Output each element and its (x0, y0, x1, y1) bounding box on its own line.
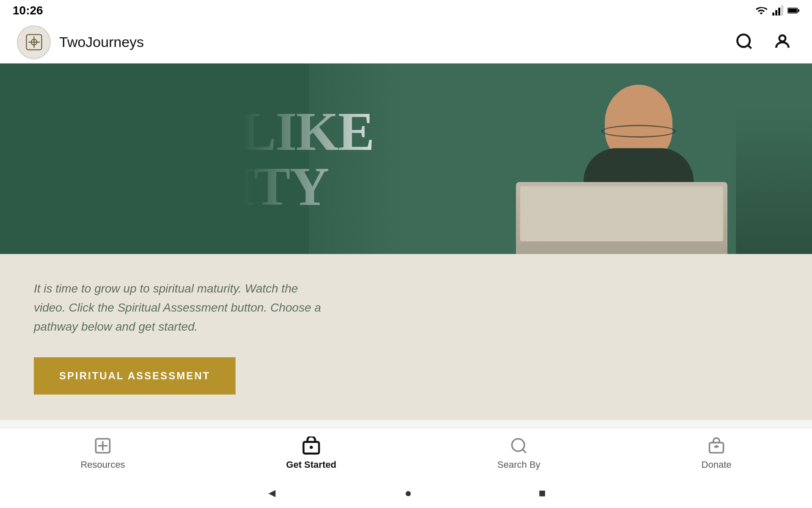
laptop-screen (520, 186, 723, 241)
nav-item-donate[interactable]: Donate (702, 436, 732, 470)
battery-icon (787, 5, 799, 17)
svg-rect-6 (788, 9, 797, 13)
search-button[interactable] (732, 29, 757, 55)
recents-button[interactable]: ■ (539, 486, 546, 500)
app-bar: TwoJourneys (0, 21, 812, 64)
nav-item-search-by[interactable]: Search By (497, 436, 540, 470)
search-by-icon (510, 436, 528, 455)
nav-label-donate: Donate (702, 459, 732, 470)
svg-rect-1 (775, 10, 777, 16)
status-icons (755, 5, 799, 17)
get-started-icon (302, 436, 321, 455)
svg-rect-2 (778, 8, 780, 16)
svg-point-16 (512, 439, 524, 451)
hero-title-line2: MATURITY (34, 159, 374, 214)
svg-rect-0 (772, 13, 774, 16)
home-button[interactable]: ● (405, 486, 412, 500)
hero-title-line1: CHRISTLIKE (34, 104, 374, 159)
bottom-nav: Resources Get Started Search By Donate (0, 428, 812, 478)
nav-item-resources[interactable]: Resources (80, 436, 125, 470)
hero-banner: CHRISTLIKE MATURITY (0, 64, 812, 254)
wifi-icon (755, 5, 767, 17)
nav-item-get-started[interactable]: Get Started (286, 436, 337, 470)
svg-line-10 (748, 45, 752, 49)
account-button[interactable] (770, 29, 795, 55)
donate-icon (707, 436, 726, 455)
status-time: 10:26 (13, 4, 43, 17)
glasses (601, 125, 676, 138)
svg-point-9 (738, 35, 750, 47)
logo-icon (25, 33, 44, 52)
app-bar-actions (732, 29, 795, 55)
plant (736, 106, 812, 254)
sub-hero-description: It is time to grow up to spiritual matur… (34, 279, 330, 336)
sub-hero-section: It is time to grow up to spiritual matur… (0, 254, 812, 420)
laptop (516, 182, 727, 254)
spiritual-assessment-button[interactable]: SPIRITUAL ASSESSMENT (34, 357, 236, 395)
svg-point-11 (779, 35, 786, 41)
hero-text-overlay: CHRISTLIKE MATURITY (0, 64, 447, 254)
resources-icon (93, 436, 112, 455)
hero-title: CHRISTLIKE MATURITY (34, 104, 374, 214)
system-nav: ◄ ● ■ (0, 478, 812, 508)
app-bar-left: TwoJourneys (17, 25, 144, 59)
signal-icon (771, 5, 783, 17)
app-title: TwoJourneys (59, 34, 144, 50)
nav-label-search-by: Search By (497, 459, 540, 470)
back-button[interactable]: ◄ (266, 486, 278, 500)
svg-rect-3 (781, 5, 783, 15)
svg-rect-5 (798, 9, 799, 12)
app-logo (17, 25, 51, 59)
nav-label-resources: Resources (80, 459, 125, 470)
svg-line-17 (522, 449, 526, 453)
search-icon (735, 32, 754, 51)
nav-label-get-started: Get Started (286, 459, 337, 470)
status-bar: 10:26 (0, 0, 812, 21)
account-icon (773, 32, 792, 51)
